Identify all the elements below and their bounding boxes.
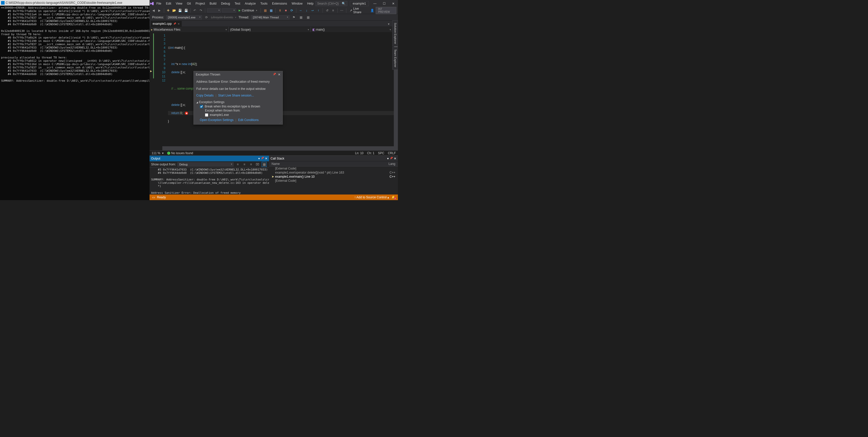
tb2-icon[interactable]: ⟳: [204, 15, 209, 20]
edit-conditions-link[interactable]: Edit Conditions: [238, 118, 259, 122]
scope-namespace[interactable]: (Global Scope): [229, 27, 311, 32]
tb-misc-b[interactable]: ≡: [331, 8, 335, 13]
panel-pin-icon[interactable]: 📌: [390, 157, 393, 160]
zoom-level[interactable]: 111 % ▾: [152, 151, 164, 155]
char-indicator[interactable]: Ch: 1: [367, 151, 374, 155]
tb-icon-a[interactable]: ▦: [262, 8, 268, 13]
break-checkbox[interactable]: [200, 105, 203, 108]
step-into-button[interactable]: ↓: [304, 8, 309, 13]
tab-solution-explorer[interactable]: Solution Explorer: [392, 21, 398, 46]
menu-file[interactable]: File: [154, 1, 163, 6]
user-icon[interactable]: 👤: [370, 8, 375, 13]
undo-button[interactable]: ↶: [192, 8, 197, 13]
output-icon-b[interactable]: ≡: [242, 162, 247, 167]
saveall-button[interactable]: 💾: [184, 8, 189, 13]
output-source-dropdown[interactable]: Debug: [177, 162, 234, 166]
menu-view[interactable]: View: [174, 1, 185, 6]
scope-function[interactable]: ◧ main(): [311, 27, 393, 32]
tb-misc-c[interactable]: ⋯: [339, 8, 344, 13]
tb2-c[interactable]: ▦: [306, 15, 311, 20]
pin-icon[interactable]: 📌: [173, 23, 176, 25]
copy-details-link[interactable]: Copy Details: [196, 94, 214, 97]
console-body[interactable]: ==30008==ERROR: AddressSanitizer: attemp…: [0, 6, 150, 83]
tab-example1[interactable]: example1.cpp 📌 ✕: [151, 21, 182, 27]
callstack-body[interactable]: [External Code] example1.exe!operator de…: [269, 166, 398, 194]
tb-icon-b[interactable]: ▦: [269, 8, 274, 13]
step-over-button[interactable]: ⤻: [310, 8, 315, 13]
nav-fwd-button[interactable]: ▶: [157, 8, 162, 13]
close-icon[interactable]: ✕: [278, 73, 280, 76]
col-name[interactable]: Name: [272, 162, 280, 166]
menu-debug[interactable]: Debug: [219, 1, 232, 6]
add-source-control[interactable]: ↑ Add to Source Control ▴: [354, 195, 389, 199]
indent-indicator[interactable]: SPC: [378, 151, 384, 155]
menu-extensions[interactable]: Extensions: [270, 1, 289, 6]
col-lang[interactable]: Lang: [389, 162, 395, 166]
new-item-button[interactable]: ✚: [166, 8, 171, 13]
menu-git[interactable]: Git: [185, 1, 193, 6]
menu-build[interactable]: Build: [208, 1, 218, 6]
doc-dropdown-icon[interactable]: ▾: [386, 22, 391, 27]
resize-grip-icon[interactable]: ⋰: [279, 121, 282, 124]
callstack-row[interactable]: ➤example1.exe!main() Line 10C++: [269, 175, 398, 179]
tb2-b[interactable]: ▦: [299, 15, 304, 20]
tab-team-explorer[interactable]: Team Explorer: [392, 47, 398, 70]
start-liveshare-link[interactable]: Start Live Share session...: [218, 94, 254, 97]
pin-icon[interactable]: 📌: [273, 73, 276, 76]
step-next-button[interactable]: →: [298, 8, 303, 13]
output-icon-c[interactable]: ≡: [248, 162, 253, 167]
callstack-row[interactable]: [External Code]: [269, 179, 398, 183]
panel-dropdown-icon[interactable]: ▾: [258, 157, 260, 160]
process-dropdown[interactable]: [30008] example1.exe: [166, 15, 202, 20]
search-input[interactable]: Search (Ctrl+Q) 🔍: [315, 1, 347, 6]
close-icon[interactable]: ✕: [178, 23, 180, 25]
save-button[interactable]: 💾: [178, 8, 183, 13]
nav-back-button[interactable]: ◀: [151, 8, 156, 13]
issues-status[interactable]: ✓No issues found: [167, 151, 193, 155]
panel-dropdown-icon[interactable]: ▾: [387, 157, 389, 160]
comment-icon[interactable]: ▭: [152, 195, 155, 199]
output-body[interactable]: #3 0x7ff9641d7033 (C:\WINDOWS\System32\K…: [150, 167, 269, 194]
output-icon-d[interactable]: ⌧: [255, 162, 260, 167]
close-button[interactable]: ✕: [389, 0, 398, 7]
editor-scrollbar-h[interactable]: [162, 146, 394, 150]
collapse-icon[interactable]: ◢: [196, 101, 198, 104]
menu-help[interactable]: Help: [305, 1, 315, 6]
panel-close-icon[interactable]: ✕: [265, 157, 268, 160]
line-indicator[interactable]: Ln: 10: [355, 151, 364, 155]
menu-tools[interactable]: Tools: [258, 1, 270, 6]
menu-window[interactable]: Window: [290, 1, 305, 6]
menu-edit[interactable]: Edit: [164, 1, 173, 6]
callstack-row[interactable]: [External Code]: [269, 166, 398, 170]
output-icon-a[interactable]: ≡: [235, 162, 240, 167]
platform-dropdown[interactable]: [222, 8, 236, 12]
step-out-button[interactable]: ↑: [316, 8, 321, 13]
module-checkbox[interactable]: [205, 113, 208, 117]
minimize-button[interactable]: —: [370, 0, 379, 7]
menu-project[interactable]: Project: [193, 1, 207, 6]
output-header[interactable]: Output ▾ 📌 ✕: [150, 156, 269, 161]
menu-test[interactable]: Test: [232, 1, 242, 6]
maximize-button[interactable]: ☐: [379, 0, 389, 7]
notifications-button[interactable]: 🔔 2: [392, 195, 395, 199]
thread-dropdown[interactable]: [28748] Main Thread: [251, 15, 289, 20]
callstack-header[interactable]: Call Stack ▾ 📌 ✕: [269, 156, 398, 161]
callstack-row[interactable]: example1.exe!operator delete[](void * pt…: [269, 170, 398, 175]
panel-pin-icon[interactable]: 📌: [261, 157, 264, 160]
liveshare-button[interactable]: ↗ Live Share: [348, 7, 369, 14]
restart-button[interactable]: ⟳: [289, 8, 294, 13]
menu-analyze[interactable]: Analyze: [243, 1, 258, 6]
console-titlebar[interactable]: C:\MSDN\cpp-docs-pr\docs\c-language\ASAN…: [0, 0, 150, 6]
lineend-indicator[interactable]: CRLF: [388, 151, 396, 155]
redo-button[interactable]: ↷: [198, 8, 203, 13]
panel-close-icon[interactable]: ✕: [394, 157, 396, 160]
pause-button[interactable]: ⏸: [277, 8, 282, 13]
exception-header[interactable]: Exception Thrown 📌 ✕: [194, 71, 282, 78]
flag-icon[interactable]: ⚑: [291, 15, 297, 20]
tb-misc-a[interactable]: ↺: [324, 8, 330, 13]
continue-button[interactable]: ▶ Continue ▾: [237, 8, 259, 13]
scope-project[interactable]: ▸ Miscellaneous Files: [150, 27, 229, 32]
stop-button[interactable]: ■: [283, 8, 288, 13]
open-button[interactable]: 📂: [172, 8, 177, 13]
config-dropdown[interactable]: [207, 8, 221, 12]
